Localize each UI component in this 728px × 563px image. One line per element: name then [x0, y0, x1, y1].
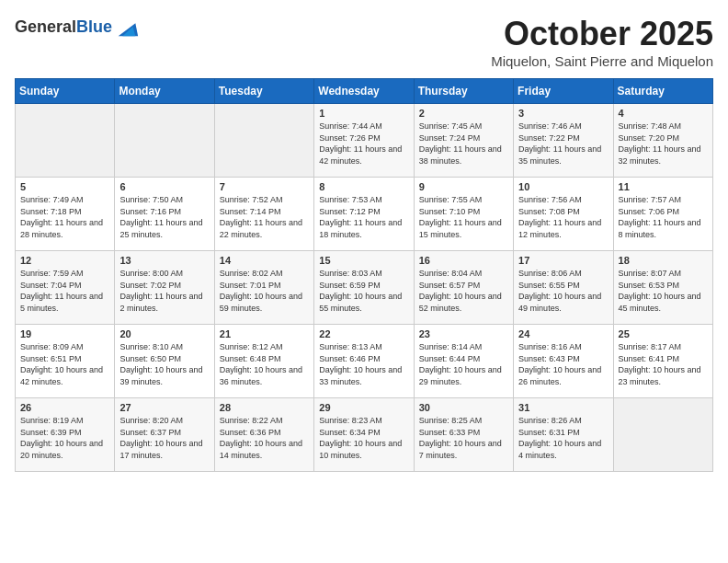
day-info: Sunrise: 8:14 AMSunset: 6:44 PMDaylight:… [419, 341, 508, 387]
calendar-week-row: 19Sunrise: 8:09 AMSunset: 6:51 PMDayligh… [16, 325, 713, 398]
calendar-cell [16, 104, 115, 178]
calendar-cell [613, 398, 712, 472]
day-number: 10 [518, 181, 608, 192]
day-info: Sunrise: 7:52 AMSunset: 7:14 PMDaylight:… [220, 194, 309, 240]
calendar-cell: 20Sunrise: 8:10 AMSunset: 6:50 PMDayligh… [115, 325, 214, 398]
day-number: 29 [319, 402, 408, 413]
day-number: 2 [419, 108, 508, 119]
logo-blue-text: Blue [76, 17, 112, 36]
day-number: 28 [220, 402, 309, 413]
day-number: 15 [319, 255, 408, 266]
calendar-cell: 18Sunrise: 8:07 AMSunset: 6:53 PMDayligh… [613, 251, 712, 325]
calendar-cell: 11Sunrise: 7:57 AMSunset: 7:06 PMDayligh… [613, 178, 712, 251]
calendar-cell: 27Sunrise: 8:20 AMSunset: 6:37 PMDayligh… [115, 398, 214, 472]
calendar-cell: 16Sunrise: 8:04 AMSunset: 6:57 PMDayligh… [414, 251, 513, 325]
calendar-cell: 5Sunrise: 7:49 AMSunset: 7:18 PMDaylight… [16, 178, 115, 251]
weekday-header-friday: Friday [514, 79, 613, 104]
day-number: 13 [119, 255, 209, 266]
day-number: 6 [119, 181, 209, 192]
calendar-cell [214, 104, 313, 178]
calendar-cell: 6Sunrise: 7:50 AMSunset: 7:16 PMDaylight… [115, 178, 214, 251]
calendar-cell: 23Sunrise: 8:14 AMSunset: 6:44 PMDayligh… [414, 325, 513, 398]
calendar-week-row: 12Sunrise: 7:59 AMSunset: 7:04 PMDayligh… [16, 251, 713, 325]
calendar-cell: 22Sunrise: 8:13 AMSunset: 6:46 PMDayligh… [314, 325, 414, 398]
weekday-header-thursday: Thursday [414, 79, 513, 104]
calendar-cell: 25Sunrise: 8:17 AMSunset: 6:41 PMDayligh… [613, 325, 712, 398]
day-info: Sunrise: 7:55 AMSunset: 7:10 PMDaylight:… [419, 194, 508, 240]
day-number: 9 [419, 181, 508, 192]
calendar-cell: 29Sunrise: 8:23 AMSunset: 6:34 PMDayligh… [314, 398, 414, 472]
day-info: Sunrise: 8:26 AMSunset: 6:31 PMDaylight:… [518, 415, 608, 461]
day-info: Sunrise: 7:44 AMSunset: 7:26 PMDaylight:… [319, 121, 408, 167]
calendar-cell: 12Sunrise: 7:59 AMSunset: 7:04 PMDayligh… [16, 251, 115, 325]
day-info: Sunrise: 8:06 AMSunset: 6:55 PMDaylight:… [518, 268, 608, 314]
day-info: Sunrise: 7:46 AMSunset: 7:22 PMDaylight:… [518, 121, 608, 167]
day-number: 19 [20, 328, 109, 339]
calendar-cell: 31Sunrise: 8:26 AMSunset: 6:31 PMDayligh… [514, 398, 613, 472]
day-number: 31 [518, 402, 608, 413]
day-number: 4 [619, 108, 708, 119]
weekday-header-wednesday: Wednesday [314, 79, 414, 104]
weekday-header-sunday: Sunday [16, 79, 115, 104]
day-number: 21 [220, 328, 309, 339]
day-info: Sunrise: 8:16 AMSunset: 6:43 PMDaylight:… [518, 341, 608, 387]
day-info: Sunrise: 8:22 AMSunset: 6:36 PMDaylight:… [220, 415, 309, 461]
calendar-cell: 2Sunrise: 7:45 AMSunset: 7:24 PMDaylight… [414, 104, 513, 178]
weekday-header-tuesday: Tuesday [214, 79, 313, 104]
day-info: Sunrise: 8:03 AMSunset: 6:59 PMDaylight:… [319, 268, 408, 314]
day-number: 24 [518, 328, 608, 339]
day-info: Sunrise: 7:50 AMSunset: 7:16 PMDaylight:… [119, 194, 209, 240]
day-number: 17 [518, 255, 608, 266]
calendar-cell: 10Sunrise: 7:56 AMSunset: 7:08 PMDayligh… [514, 178, 613, 251]
logo-general-text: General [15, 17, 76, 36]
day-info: Sunrise: 8:10 AMSunset: 6:50 PMDaylight:… [119, 341, 209, 387]
day-info: Sunrise: 8:19 AMSunset: 6:39 PMDaylight:… [20, 415, 109, 461]
day-number: 1 [319, 108, 408, 119]
day-info: Sunrise: 7:49 AMSunset: 7:18 PMDaylight:… [20, 194, 109, 240]
day-number: 5 [20, 181, 109, 192]
logo-icon [114, 15, 140, 40]
day-info: Sunrise: 8:17 AMSunset: 6:41 PMDaylight:… [619, 341, 708, 387]
calendar-table: SundayMondayTuesdayWednesdayThursdayFrid… [15, 78, 713, 472]
month-title: October 2025 [491, 15, 713, 53]
calendar-cell: 17Sunrise: 8:06 AMSunset: 6:55 PMDayligh… [514, 251, 613, 325]
day-info: Sunrise: 8:02 AMSunset: 7:01 PMDaylight:… [220, 268, 309, 314]
day-number: 25 [619, 328, 708, 339]
day-info: Sunrise: 8:23 AMSunset: 6:34 PMDaylight:… [319, 415, 408, 461]
calendar-cell: 19Sunrise: 8:09 AMSunset: 6:51 PMDayligh… [16, 325, 115, 398]
calendar-cell: 24Sunrise: 8:16 AMSunset: 6:43 PMDayligh… [514, 325, 613, 398]
calendar-cell: 3Sunrise: 7:46 AMSunset: 7:22 PMDaylight… [514, 104, 613, 178]
day-number: 11 [619, 181, 708, 192]
weekday-header-saturday: Saturday [613, 79, 712, 104]
day-info: Sunrise: 8:09 AMSunset: 6:51 PMDaylight:… [20, 341, 109, 387]
title-block: October 2025 Miquelon, Saint Pierre and … [491, 15, 713, 69]
page-header: GeneralBlue October 2025 Miquelon, Saint… [15, 15, 713, 69]
calendar-cell: 13Sunrise: 8:00 AMSunset: 7:02 PMDayligh… [115, 251, 214, 325]
day-info: Sunrise: 8:07 AMSunset: 6:53 PMDaylight:… [619, 268, 708, 314]
weekday-header-monday: Monday [115, 79, 214, 104]
day-number: 8 [319, 181, 408, 192]
day-number: 30 [419, 402, 508, 413]
calendar-cell: 15Sunrise: 8:03 AMSunset: 6:59 PMDayligh… [314, 251, 414, 325]
day-info: Sunrise: 8:12 AMSunset: 6:48 PMDaylight:… [220, 341, 309, 387]
calendar-cell: 21Sunrise: 8:12 AMSunset: 6:48 PMDayligh… [214, 325, 313, 398]
calendar-cell: 4Sunrise: 7:48 AMSunset: 7:20 PMDaylight… [613, 104, 712, 178]
day-info: Sunrise: 7:59 AMSunset: 7:04 PMDaylight:… [20, 268, 109, 314]
calendar-week-row: 26Sunrise: 8:19 AMSunset: 6:39 PMDayligh… [16, 398, 713, 472]
day-number: 12 [20, 255, 109, 266]
calendar-cell: 30Sunrise: 8:25 AMSunset: 6:33 PMDayligh… [414, 398, 513, 472]
day-info: Sunrise: 7:45 AMSunset: 7:24 PMDaylight:… [419, 121, 508, 167]
day-number: 27 [119, 402, 209, 413]
calendar-cell [115, 104, 214, 178]
calendar-cell: 26Sunrise: 8:19 AMSunset: 6:39 PMDayligh… [16, 398, 115, 472]
day-number: 7 [220, 181, 309, 192]
day-number: 14 [220, 255, 309, 266]
day-info: Sunrise: 7:48 AMSunset: 7:20 PMDaylight:… [619, 121, 708, 167]
calendar-cell: 7Sunrise: 7:52 AMSunset: 7:14 PMDaylight… [214, 178, 313, 251]
calendar-cell: 1Sunrise: 7:44 AMSunset: 7:26 PMDaylight… [314, 104, 414, 178]
day-info: Sunrise: 8:13 AMSunset: 6:46 PMDaylight:… [319, 341, 408, 387]
calendar-cell: 14Sunrise: 8:02 AMSunset: 7:01 PMDayligh… [214, 251, 313, 325]
logo: GeneralBlue [15, 15, 140, 40]
calendar-week-row: 1Sunrise: 7:44 AMSunset: 7:26 PMDaylight… [16, 104, 713, 178]
day-info: Sunrise: 7:56 AMSunset: 7:08 PMDaylight:… [518, 194, 608, 240]
